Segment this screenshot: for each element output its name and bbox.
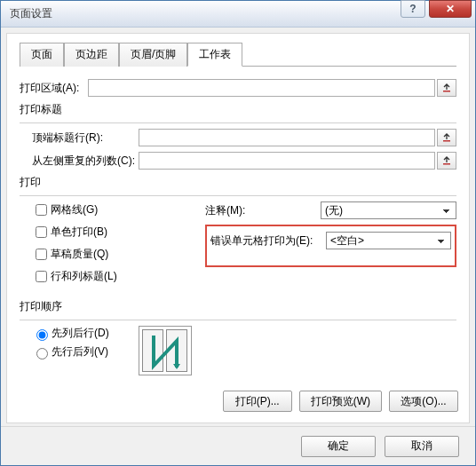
over-down-label: 先行后列(V) — [52, 344, 108, 359]
print-area-input[interactable] — [88, 79, 435, 97]
divider — [20, 320, 456, 320]
tab-margins[interactable]: 页边距 — [64, 43, 119, 67]
over-down-radio[interactable] — [36, 348, 48, 359]
tab-page[interactable]: 页面 — [20, 43, 64, 67]
page-setup-dialog: 页面设置 ? ✕ 页面 页边距 页眉/页脚 工作表 打印区域(A): 打印标题 … — [0, 0, 476, 466]
divider — [20, 122, 456, 123]
print-checkboxes: 网格线(G) 单色打印(B) 草稿质量(Q) 行和列标题(L) — [32, 201, 205, 290]
collapse-icon[interactable] — [437, 129, 456, 146]
gridlines-checkbox[interactable] — [36, 204, 47, 216]
order-label: 打印顺序 — [20, 299, 456, 314]
left-cols-label: 从左侧重复的列数(C): — [32, 154, 139, 169]
top-rows-label: 顶端标题行(R): — [32, 130, 139, 146]
errors-highlight: 错误单元格打印为(E): <空白> — [205, 225, 456, 267]
print-titles-label: 打印标题 — [20, 102, 456, 117]
tab-header-footer[interactable]: 页眉/页脚 — [119, 43, 187, 67]
rowcol-headers-checkbox[interactable] — [36, 271, 47, 282]
down-over-label: 先列后行(D) — [52, 326, 109, 341]
action-buttons: 打印(P)... 打印预览(W) 选项(O)... — [223, 391, 458, 412]
print-area-row: 打印区域(A): — [20, 79, 456, 97]
svg-rect-2 — [443, 163, 450, 165]
order-preview-icon — [139, 326, 192, 375]
cancel-button[interactable]: 取消 — [385, 436, 459, 457]
errors-as-select[interactable]: <空白> — [326, 232, 451, 249]
draft-checkbox[interactable] — [36, 249, 47, 260]
black-white-label: 单色打印(B) — [51, 225, 107, 240]
print-button[interactable]: 打印(P)... — [223, 391, 292, 412]
collapse-icon[interactable] — [437, 79, 456, 97]
gridlines-label: 网格线(G) — [51, 202, 98, 217]
collapse-icon[interactable] — [437, 152, 456, 170]
print-dropdowns: 注释(M): (无) 错误单元格打印为(E): <空白> — [205, 201, 456, 290]
draft-label: 草稿质量(Q) — [51, 247, 108, 262]
print-preview-button[interactable]: 打印预览(W) — [299, 391, 382, 412]
rowcol-headers-label: 行和列标题(L) — [51, 269, 117, 284]
help-button[interactable]: ? — [401, 0, 425, 18]
errors-as-label: 错误单元格打印为(E): — [210, 233, 326, 249]
dialog-content: 页面 页边距 页眉/页脚 工作表 打印区域(A): 打印标题 顶端标题行(R): — [6, 33, 470, 423]
print-area-label: 打印区域(A): — [20, 81, 79, 96]
top-rows-row: 顶端标题行(R): — [32, 129, 456, 146]
order-radios: 先列后行(D) 先行后列(V) — [32, 326, 139, 363]
comments-label: 注释(M): — [205, 203, 321, 218]
print-label: 打印 — [20, 175, 456, 190]
close-button[interactable]: ✕ — [429, 0, 472, 18]
down-over-radio[interactable] — [36, 329, 48, 341]
left-cols-input[interactable] — [139, 152, 435, 170]
titlebar[interactable]: 页面设置 ? ✕ — [1, 1, 475, 28]
divider — [20, 195, 456, 196]
left-cols-row: 从左侧重复的列数(C): — [32, 152, 456, 170]
window-title: 页面设置 — [10, 6, 52, 21]
titlebar-controls: ? ✕ — [401, 1, 475, 20]
black-white-checkbox[interactable] — [36, 226, 47, 238]
tab-sheet[interactable]: 工作表 — [187, 43, 242, 67]
comments-select[interactable]: (无) — [321, 201, 456, 219]
tab-strip: 页面 页边距 页眉/页脚 工作表 — [20, 43, 456, 67]
svg-rect-1 — [443, 140, 450, 142]
options-button[interactable]: 选项(O)... — [389, 391, 458, 412]
top-rows-input[interactable] — [139, 129, 435, 146]
ok-button[interactable]: 确定 — [301, 436, 376, 457]
dialog-footer: 确定 取消 — [1, 426, 475, 465]
svg-rect-0 — [443, 91, 450, 92]
